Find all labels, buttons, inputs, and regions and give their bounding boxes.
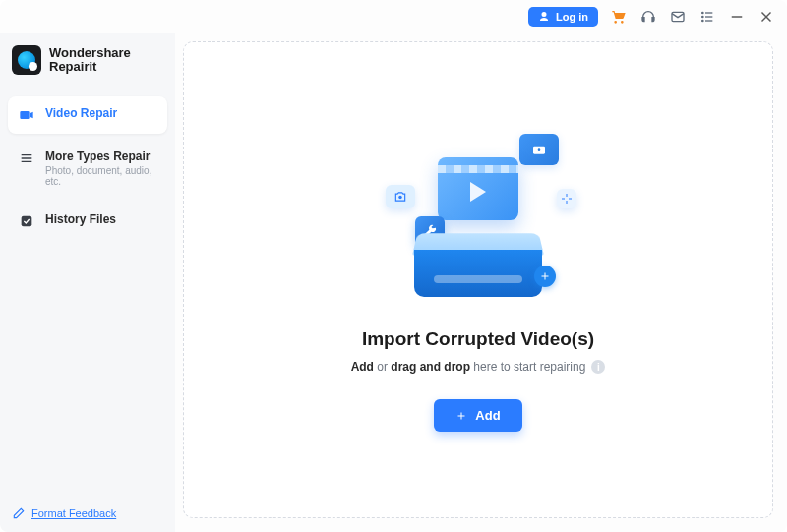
dropzone-illustration — [380, 128, 576, 305]
app-window: Log in Wondershare Repairit — [0, 0, 787, 532]
brand-line2: Repairit — [49, 60, 131, 74]
sparkle-chip-icon — [557, 189, 576, 208]
sidebar-item-history-files[interactable]: History Files — [8, 203, 167, 240]
dropzone[interactable]: Import Corrupted Video(s) Add or drag an… — [183, 41, 773, 518]
svg-point-16 — [537, 148, 541, 152]
menu-list-icon[interactable] — [698, 8, 716, 26]
close-button[interactable] — [757, 8, 775, 26]
edit-icon — [12, 506, 26, 520]
brand-logo-icon — [12, 45, 41, 75]
dropzone-heading: Import Corrupted Video(s) — [362, 328, 594, 350]
brand-line1: Wondershare — [49, 45, 131, 60]
minimize-button[interactable] — [728, 8, 746, 26]
format-feedback-label: Format Feedback — [31, 507, 116, 519]
add-button-label: Add — [475, 408, 500, 423]
svg-point-3 — [702, 16, 703, 17]
mail-icon[interactable] — [669, 8, 687, 26]
video-card-icon — [438, 157, 518, 220]
login-label: Log in — [556, 11, 588, 23]
svg-point-1 — [702, 12, 703, 13]
camera-chip-icon — [519, 134, 559, 165]
svg-point-14 — [398, 196, 402, 200]
brand-text: Wondershare Repairit — [49, 46, 131, 75]
sidebar-item-sublabel: Photo, document, audio, etc. — [45, 165, 157, 187]
dropzone-subline: Add or drag and drop here to start repai… — [351, 360, 606, 374]
headset-icon[interactable] — [639, 8, 657, 26]
svg-point-5 — [702, 20, 703, 21]
content: Import Corrupted Video(s) Add or drag an… — [175, 33, 787, 532]
sub-suffix: here to start repairing — [470, 360, 585, 374]
sidebar-item-more-types-repair[interactable]: More Types Repair Photo, document, audio… — [8, 140, 167, 197]
login-button[interactable]: Log in — [528, 7, 598, 27]
sub-drag: drag and drop — [391, 360, 470, 374]
sidebar: Wondershare Repairit Video Repair — [0, 33, 175, 532]
sidebar-item-label: History Files — [45, 212, 116, 226]
box-icon — [414, 226, 542, 297]
svg-rect-13 — [22, 216, 32, 227]
brand: Wondershare Repairit — [8, 39, 167, 90]
cart-icon[interactable] — [610, 8, 628, 26]
info-icon[interactable]: i — [591, 360, 605, 374]
list-icon — [18, 149, 35, 167]
plus-badge-icon — [534, 266, 556, 287]
titlebar: Log in — [0, 0, 787, 33]
photo-chip-icon — [386, 185, 415, 208]
checkbox-icon — [18, 212, 35, 230]
plus-icon — [455, 410, 467, 422]
sidebar-item-label: Video Repair — [45, 106, 117, 120]
user-icon — [538, 11, 550, 23]
sidebar-nav: Video Repair More Types Repair Photo, do… — [8, 96, 167, 240]
format-feedback-link[interactable]: Format Feedback — [8, 502, 167, 522]
body: Wondershare Repairit Video Repair — [0, 33, 787, 532]
video-camera-icon — [18, 106, 35, 124]
sidebar-item-label: More Types Repair — [45, 149, 157, 163]
sidebar-item-video-repair[interactable]: Video Repair — [8, 96, 167, 134]
add-button[interactable]: Add — [434, 399, 521, 432]
sub-mid: or — [374, 360, 391, 374]
sub-add: Add — [351, 360, 374, 374]
